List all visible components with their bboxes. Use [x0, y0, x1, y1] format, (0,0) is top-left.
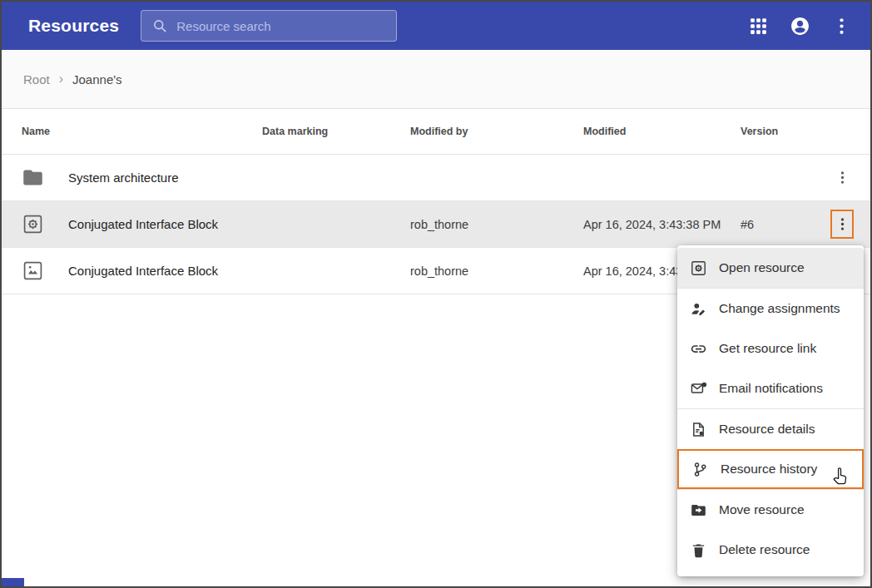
table-row[interactable]: System architecture [2, 155, 870, 201]
breadcrumb-root[interactable]: Root [23, 72, 50, 86]
open-resource-icon [690, 259, 707, 277]
app-bar: Resources [2, 2, 870, 50]
menu-item-label: Get resource link [719, 341, 816, 356]
menu-item-get-resource-link[interactable]: Get resource link [677, 329, 864, 368]
menu-item-label: Change assignments [719, 301, 840, 316]
menu-item-open-resource[interactable]: Open resource [677, 248, 864, 288]
menu-item-resource-history[interactable]: Resource history [677, 449, 864, 489]
move-resource-icon [690, 502, 707, 519]
column-header-modified-by[interactable]: Modified by [410, 126, 583, 137]
account-icon[interactable] [790, 16, 810, 37]
column-header-version[interactable]: Version [741, 126, 800, 137]
search-box[interactable] [141, 10, 397, 42]
menu-item-label: Resource history [721, 462, 817, 477]
link-icon [690, 340, 707, 358]
table-header: Name Data marking Modified by Modified V… [2, 108, 870, 155]
breadcrumb-separator: › [59, 72, 63, 86]
diagram-resource-icon [22, 259, 44, 282]
row-menu-icon[interactable] [830, 210, 854, 239]
block-resource-icon [22, 213, 44, 235]
appbar-actions [748, 16, 852, 37]
email-notifications-icon [690, 380, 707, 398]
cell-version: #6 [741, 218, 800, 231]
resource-name: Conjugated Interface Block [68, 264, 262, 278]
resource-name: System architecture [68, 170, 262, 185]
menu-item-email-notifications[interactable]: Email notifications [677, 368, 864, 408]
folder-icon [22, 166, 44, 189]
change-assignments-icon [690, 300, 707, 318]
delete-icon [690, 541, 707, 559]
search-input[interactable] [176, 19, 386, 33]
cell-modified: Apr 16, 2024, 3:43:38 PM [583, 218, 741, 231]
bottom-left-accent [2, 578, 24, 586]
menu-item-delete-resource[interactable]: Delete resource [677, 530, 864, 570]
resource-context-menu: Open resource Change assignments Get res… [677, 245, 864, 576]
breadcrumb-current: Joanne's [72, 72, 122, 86]
menu-item-label: Move resource [719, 502, 805, 517]
row-menu-icon[interactable] [831, 165, 853, 191]
column-header-modified[interactable]: Modified [583, 126, 741, 137]
cell-modified-by: rob_thorne [410, 264, 583, 278]
table-row[interactable]: Conjugated Interface Block rob_thorne Ap… [2, 201, 870, 248]
column-header-name[interactable]: Name [22, 126, 262, 137]
appbar-more-icon[interactable] [831, 16, 852, 37]
apps-grid-icon[interactable] [748, 16, 769, 37]
resource-history-icon [691, 461, 709, 478]
menu-item-label: Delete resource [719, 542, 810, 557]
page-title: Resources [28, 16, 119, 36]
menu-item-label: Email notifications [719, 381, 823, 396]
breadcrumb: Root › Joanne's [2, 50, 870, 108]
search-icon [151, 17, 168, 34]
menu-item-change-assignments[interactable]: Change assignments [677, 289, 864, 329]
resource-name: Conjugated Interface Block [68, 217, 262, 231]
menu-item-label: Resource details [719, 422, 815, 437]
menu-item-move-resource[interactable]: Move resource [677, 490, 864, 530]
menu-item-label: Open resource [719, 260, 805, 275]
menu-item-resource-details[interactable]: Resource details [677, 409, 864, 449]
resource-details-icon [690, 421, 707, 438]
app-window: Resources Root › Joanne's Name Data mark… [0, 0, 872, 588]
column-header-data-marking[interactable]: Data marking [262, 126, 410, 137]
cell-modified-by: rob_thorne [410, 218, 583, 231]
